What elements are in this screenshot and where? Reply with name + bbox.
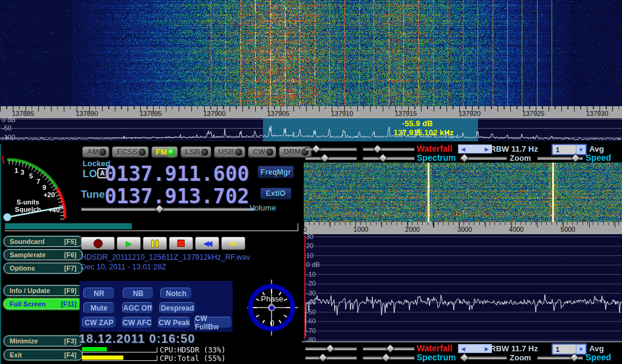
record-button[interactable]	[81, 237, 115, 250]
pause-button[interactable]	[143, 237, 167, 250]
main-frequency-ruler[interactable]: 137885 137890 137895 137900 137905 13791…	[0, 106, 622, 119]
mode-ecss-button[interactable]: ECSS	[112, 146, 148, 158]
waterfall-scrollbar-2[interactable]: ◀ ▶	[458, 344, 492, 353]
phase-value: 0	[250, 318, 294, 328]
freqmgr-button[interactable]: FreqMgr	[258, 166, 294, 178]
db-axis-label: -50	[306, 308, 316, 315]
main-spectrum-display[interactable]: 0 dB -50 -100 -55.9 dB 137.915.102 kHz	[0, 118, 622, 141]
zoom-slider[interactable]	[460, 155, 507, 161]
spectrum-label-2: Spectrum	[417, 352, 456, 362]
avg-dropdown-2[interactable]: 1 ▼	[552, 343, 587, 355]
spectrum-upper-slider[interactable]	[305, 155, 357, 161]
ruler-tick-label: 3000	[457, 226, 472, 233]
despread-button[interactable]: Despread	[159, 302, 196, 314]
waterfall-upper-slider-2[interactable]	[305, 345, 357, 352]
stop-icon	[177, 240, 185, 247]
db-axis-label: 10	[306, 252, 313, 259]
recorder-controls: ▶ ◀◀ ∞	[81, 237, 245, 250]
ruler-tick-label: 2000	[405, 226, 420, 233]
cpu-hdsdr-label: CPU:HDSDR (33%)	[160, 346, 225, 354]
zoom-label-2: Zoom	[510, 353, 531, 362]
info-update-button[interactable]: Info / Update[F9]	[4, 285, 83, 296]
fullscreen-button[interactable]: Full Screen[F11]	[4, 298, 83, 309]
spectrum-lower-slider-2[interactable]	[363, 354, 415, 361]
volume-slider-handle[interactable]	[155, 204, 165, 214]
play-button[interactable]: ▶	[117, 237, 141, 250]
lo-frequency-display[interactable]: 0137.911.600	[104, 162, 249, 186]
scroll-right-icon[interactable]: ▶	[485, 146, 489, 152]
nb-button[interactable]: NB	[123, 288, 154, 299]
s-meter[interactable]: 1 3 5 7 9 +20 +40 S-units Squelch	[1, 146, 77, 222]
avg-label: Avg	[589, 144, 604, 153]
minimize-button[interactable]: Minimize[F3]	[4, 335, 83, 346]
cw-zap-button[interactable]: CW ZAP	[82, 317, 116, 328]
scroll-left-icon[interactable]: ◀	[461, 146, 465, 152]
cpu-total-fill	[82, 356, 123, 360]
tune-frequency-display[interactable]: 0137.913.702	[104, 184, 249, 208]
smeter-overload-mark	[2, 156, 4, 164]
waterfall-upper-slider[interactable]	[305, 146, 357, 152]
mode-button-row: AM ECSS FM LSB USB CW DRM	[82, 146, 302, 158]
mode-led	[98, 148, 107, 157]
audio-level-fill	[5, 223, 132, 229]
cw-peak-button[interactable]: CW Peak	[158, 317, 191, 328]
db-axis-label: -100	[2, 133, 15, 141]
scroll-left-icon[interactable]: ◀	[461, 346, 465, 352]
mode-led	[265, 148, 274, 157]
cpu-hdsdr-bar	[82, 347, 157, 352]
smeter-needle-hub	[4, 214, 12, 221]
tune-marker-line[interactable]	[371, 118, 372, 141]
avg-dropdown[interactable]: 1 ▼	[552, 144, 587, 155]
speed-label-2: Speed	[586, 352, 611, 362]
smeter-tick-label: 3	[21, 169, 24, 176]
agc-button[interactable]: AGC Off	[122, 302, 153, 314]
db-axis-label: -70	[306, 327, 316, 334]
ruler-tick-label: 137890	[76, 110, 98, 117]
mode-led-on	[167, 148, 176, 157]
mode-usb-button[interactable]: USB	[214, 146, 245, 158]
ruler-tick-label: 137910	[331, 110, 354, 117]
speed-slider-2[interactable]	[537, 354, 583, 361]
speed-slider[interactable]	[537, 155, 583, 161]
hdsdr-window: 137885 137890 137895 137900 137905 13791…	[0, 0, 622, 364]
main-waterfall-display[interactable]	[0, 0, 622, 106]
volume-slider[interactable]	[81, 206, 255, 212]
mode-cw-button[interactable]: CW	[248, 146, 276, 158]
mode-lsb-button[interactable]: LSB	[180, 146, 211, 158]
spectrum-lower-slider[interactable]	[363, 155, 415, 161]
speed-label: Speed	[586, 153, 611, 163]
loop-button[interactable]: ∞	[221, 237, 245, 250]
notch-button[interactable]: Notch	[160, 288, 192, 299]
cpu-total-label: CPU:Total (55%)	[160, 354, 225, 363]
extio-button[interactable]: ExtIO	[260, 187, 292, 200]
af-waterfall-display[interactable]	[304, 163, 622, 222]
stop-button[interactable]	[169, 237, 193, 250]
pause-icon	[151, 240, 159, 248]
waterfall-scrollbar[interactable]: ◀ ▶	[458, 144, 492, 153]
rewind-icon: ◀◀	[204, 240, 211, 248]
exit-button[interactable]: Exit[F4]	[4, 349, 83, 360]
ruler-tick-label: 1000	[354, 226, 368, 233]
chevron-down-icon[interactable]: ▼	[576, 145, 586, 154]
rewind-button[interactable]: ◀◀	[195, 237, 219, 250]
waterfall-lower-slider-2[interactable]	[363, 345, 415, 352]
mute-button[interactable]: Mute	[83, 302, 115, 314]
waterfall-lower-slider[interactable]	[363, 146, 415, 152]
audio-level-bar[interactable]	[5, 223, 298, 231]
options-button[interactable]: Options[F7]	[4, 263, 83, 274]
db-axis-label: 0 dB	[306, 261, 320, 268]
af-spectrum-display[interactable]: 30 20 10 0 dB -10 -20 -30 -40 -50 -60 -7…	[304, 234, 622, 342]
samplerate-button[interactable]: Samplerate[F6]	[4, 249, 83, 260]
mode-am-button[interactable]: AM	[82, 146, 109, 158]
db-axis-label: -40	[306, 298, 316, 306]
nr-button[interactable]: NR	[83, 288, 115, 299]
mode-fm-button[interactable]: FM	[151, 146, 178, 158]
spectrum-upper-slider-2[interactable]	[305, 354, 357, 361]
scroll-right-icon[interactable]: ▶	[485, 346, 489, 352]
cw-fullbw-button[interactable]: CW FullBw	[194, 317, 232, 328]
cw-afc-button[interactable]: CW AFC	[122, 317, 152, 328]
chevron-down-icon[interactable]: ▼	[576, 345, 586, 354]
af-frequency-ruler[interactable]: 0 1000 2000 3000 4000 5000	[304, 222, 622, 234]
soundcard-button[interactable]: Soundcard[F5]	[4, 236, 83, 247]
zoom-slider-2[interactable]	[460, 354, 507, 361]
